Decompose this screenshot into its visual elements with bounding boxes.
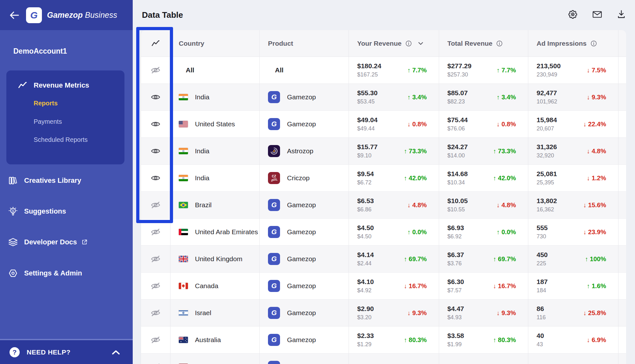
change-percent: ↑ 1.6%	[587, 282, 606, 290]
email-report-button[interactable]	[592, 10, 602, 19]
info-icon[interactable]	[591, 40, 597, 47]
sidebar: G GamezopBusiness DemoAccount1 Revenue M…	[0, 0, 133, 364]
product-name: Criczop	[287, 174, 310, 182]
spacer-cell	[618, 246, 626, 273]
svg-text:$: $	[12, 209, 14, 213]
current-value: $4.10	[357, 278, 374, 286]
eye-icon	[150, 147, 161, 155]
mail-icon	[592, 10, 602, 19]
chevron-down-icon[interactable]	[418, 41, 424, 46]
previous-value: $10.34	[447, 179, 468, 186]
previous-value: $7.57	[447, 287, 464, 294]
current-value: $14.68	[447, 170, 468, 178]
info-icon[interactable]	[405, 40, 412, 47]
previous-value: $14.00	[447, 152, 468, 159]
total-revenue-cell: $6.30$7.57↓ 16.7%	[439, 273, 528, 300]
country-cell: United Arab Emirates	[170, 219, 260, 246]
gear-icon	[568, 10, 578, 19]
product-name: Astrozop	[287, 147, 313, 155]
table-row: India GGamezop $55.30$53.45↑ 3.4% $85.07…	[141, 84, 626, 111]
product-name: Gamezop	[287, 336, 316, 344]
change-percent: ↓ 0.8%	[497, 121, 516, 128]
gamezop-logo: G	[26, 7, 42, 23]
current-value: $277.29	[447, 62, 471, 70]
visibility-toggle[interactable]	[141, 300, 170, 327]
change-percent: ↓ 15.6%	[583, 202, 606, 209]
settings-button[interactable]	[568, 10, 578, 19]
column-header-product[interactable]: Product	[260, 30, 349, 57]
change-percent: ↓ 4.8%	[587, 148, 606, 155]
gamezop-product-icon: G	[268, 307, 280, 319]
column-header-spacer	[618, 30, 626, 57]
back-arrow-icon[interactable]	[10, 11, 19, 19]
spacer-cell	[618, 327, 626, 354]
gamezop-product-icon: G	[268, 199, 280, 211]
change-percent: ↓ 1.2%	[587, 175, 606, 182]
column-header-your_revenue[interactable]: Your Revenue	[349, 30, 439, 57]
current-value: $49.04	[357, 116, 378, 124]
info-icon[interactable]	[496, 40, 503, 47]
flag-ae-icon	[179, 229, 188, 235]
previous-value: $49.44	[357, 125, 378, 132]
country-name: Israel	[195, 309, 211, 317]
change-percent: ↓ 16.7%	[493, 282, 516, 290]
visibility-toggle[interactable]	[141, 57, 170, 84]
previous-value: $2.44	[357, 260, 374, 267]
column-header-country[interactable]: Country	[170, 30, 260, 57]
sidebar-item-creatives-library[interactable]: Creatives Library	[0, 173, 133, 188]
chart-line-icon	[151, 39, 160, 48]
gamezop-product-icon: G	[268, 226, 280, 238]
product-cell: GGamezop	[260, 300, 349, 327]
change-percent: ↑ 42.0%	[493, 175, 516, 182]
change-percent: ↑ 42.0%	[404, 175, 427, 182]
sidebar-item-revenue-metrics[interactable]: Revenue Metrics	[6, 78, 124, 93]
sidebar-subitem-payments[interactable]: Payments	[34, 118, 62, 125]
visibility-toggle[interactable]	[141, 165, 170, 192]
sidebar-item-suggestions[interactable]: $ Suggestions	[0, 204, 133, 219]
your-revenue-cell: $2.33$1.29↑ 80.3%	[349, 327, 439, 354]
change-percent: ↓ 23.9%	[583, 228, 606, 236]
visibility-toggle[interactable]	[141, 219, 170, 246]
product-name: Gamezop	[287, 255, 316, 263]
sidebar-item-developer-docs[interactable]: Developer Docs	[0, 235, 133, 250]
flag-il-icon	[179, 310, 188, 316]
your-revenue-cell: $2.12	[349, 354, 439, 364]
visibility-toggle[interactable]	[141, 84, 170, 111]
visibility-toggle[interactable]	[141, 273, 170, 300]
sidebar-header: G GamezopBusiness	[0, 0, 133, 30]
visibility-toggle[interactable]	[141, 192, 170, 219]
previous-value: 20,607	[537, 125, 557, 132]
sidebar-subitem-reports[interactable]: Reports	[34, 100, 58, 107]
column-header-visibility[interactable]	[141, 30, 170, 57]
ad-impressions-cell: 13,80216,362↓ 15.6%	[528, 192, 618, 219]
total-revenue-cell: $14.68$10.34↑ 42.0%	[439, 165, 528, 192]
current-value: 31,326	[537, 143, 557, 151]
eye-icon	[150, 93, 161, 101]
need-help-bar[interactable]: ? NEED HELP?	[0, 339, 133, 364]
your-revenue-cell: $55.30$53.45↑ 3.4%	[349, 84, 439, 111]
visibility-toggle[interactable]	[141, 111, 170, 138]
visibility-toggle[interactable]	[141, 138, 170, 165]
eye-off-icon	[150, 66, 161, 74]
product-cell: GGamezop	[260, 111, 349, 138]
sidebar-item-settings-admin[interactable]: Settings & Admin	[0, 266, 133, 281]
chevron-up-icon[interactable]	[112, 350, 120, 355]
download-button[interactable]	[617, 10, 626, 19]
eye-off-icon	[150, 309, 161, 317]
column-header-total_revenue[interactable]: Total Revenue	[439, 30, 528, 57]
column-header-ad_impressions[interactable]: Ad Impressions	[528, 30, 618, 57]
flag-ca-icon	[179, 283, 188, 289]
country-name: All	[186, 66, 194, 74]
country-name: India	[195, 174, 210, 182]
visibility-toggle[interactable]	[141, 246, 170, 273]
current-value: 40	[537, 332, 544, 340]
current-value: $10.05	[447, 197, 468, 205]
total-revenue-cell: $85.07$82.23↑ 3.4%	[439, 84, 528, 111]
previous-value: $6.86	[357, 206, 374, 213]
visibility-toggle[interactable]	[141, 354, 170, 364]
sidebar-subitem-scheduled-reports[interactable]: Scheduled Reports	[34, 136, 88, 143]
previous-value: $1.29	[357, 341, 374, 348]
country-name: United Kingdom	[195, 255, 242, 263]
account-name: DemoAccount1	[13, 47, 67, 56]
visibility-toggle[interactable]	[141, 327, 170, 354]
